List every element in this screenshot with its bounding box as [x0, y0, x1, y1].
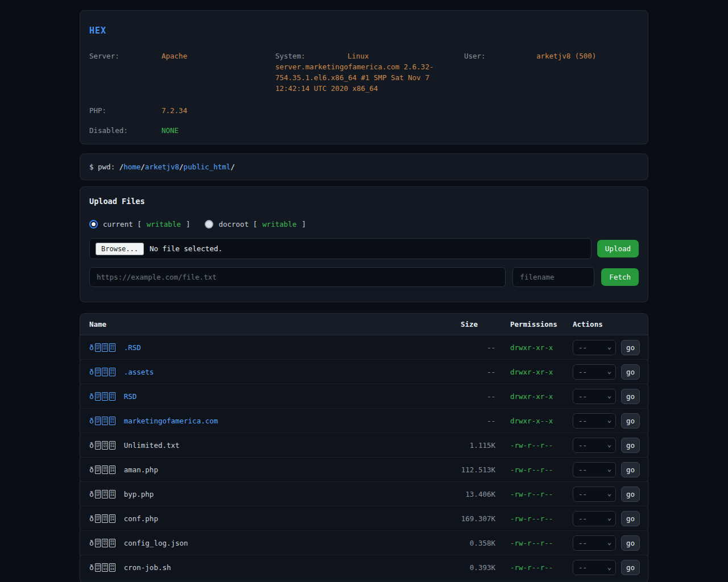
file-link[interactable]: conf.php: [124, 514, 158, 523]
name-cell: ð009F00930084byp.php: [89, 490, 427, 498]
file-link[interactable]: config_log.json: [124, 539, 188, 547]
file-mojibake-icon: ð009F00930084: [89, 563, 115, 572]
file-table: Name Size Permissions Actions ð009F00930…: [80, 313, 648, 582]
action-select[interactable]: --: [573, 511, 616, 526]
go-button[interactable]: go: [621, 535, 640, 551]
upload-button[interactable]: Upload: [597, 240, 639, 257]
path-segment-link[interactable]: arketjv8: [145, 163, 179, 171]
name-cell: ð009F00930081RSD: [89, 392, 427, 401]
name-cell: ð009F00930084cron-job.sh: [89, 563, 427, 572]
actions-cell: -- ⌄ go: [573, 560, 639, 575]
name-cell: ð009F00930081marketingofamerica.com: [89, 417, 427, 425]
file-link[interactable]: .assets: [124, 368, 154, 376]
file-permissions: drwxr-xr-x: [495, 368, 573, 376]
file-link[interactable]: Unlimited.txt: [124, 441, 180, 450]
file-link[interactable]: cron-job.sh: [124, 563, 171, 572]
actions-cell: -- ⌄ go: [573, 487, 639, 502]
actions-cell: -- ⌄ go: [573, 462, 639, 477]
server-value: Apache: [162, 52, 187, 60]
file-permissions: -rw-r--r--: [495, 514, 573, 523]
file-link[interactable]: RSD: [124, 392, 137, 401]
name-cell: ð009F00930084conf.php: [89, 514, 427, 523]
path-segment-link[interactable]: public_html: [184, 163, 231, 171]
fetch-button[interactable]: Fetch: [601, 268, 639, 286]
file-permissions: -rw-r--r--: [495, 539, 573, 547]
action-select[interactable]: --: [573, 413, 616, 429]
go-button[interactable]: go: [621, 389, 640, 404]
file-permissions: drwxr-xr-x: [495, 392, 573, 401]
folder-mojibake-icon: ð009F00930081: [89, 343, 115, 352]
file-permissions: drwxr-xr-x: [495, 343, 573, 352]
app-title: HEX: [89, 26, 639, 36]
go-button[interactable]: go: [621, 364, 640, 380]
action-select[interactable]: --: [573, 462, 616, 477]
file-size: --: [427, 392, 495, 401]
actions-cell: -- ⌄ go: [573, 535, 639, 551]
table-row: ð009F00930084aman.php 112.513K -rw-r--r-…: [80, 458, 648, 482]
file-mojibake-icon: ð009F00930084: [89, 465, 115, 474]
go-button[interactable]: go: [621, 560, 640, 575]
folder-mojibake-icon: ð009F00930081: [89, 392, 115, 401]
table-row: ð009F00930084cron-job.sh 0.393K -rw-r--r…: [80, 555, 648, 580]
name-cell: ð009F00930084Unlimited.txt: [89, 441, 427, 450]
file-input[interactable]: Browse... No file selected.: [89, 238, 592, 259]
pwd-bar: $ pwd: /home/arketjv8/public_html/: [80, 153, 648, 180]
fetch-row: Fetch: [89, 267, 639, 287]
file-size: 169.307K: [427, 514, 495, 523]
name-cell: ð009F00930081.RSD: [89, 343, 427, 352]
action-select[interactable]: --: [573, 340, 616, 355]
system-label: System:: [275, 51, 348, 61]
file-size: 1.115K: [427, 441, 495, 450]
file-link[interactable]: .RSD: [124, 343, 141, 352]
action-select[interactable]: --: [573, 535, 616, 551]
filename-input[interactable]: [512, 267, 594, 287]
file-link[interactable]: aman.php: [124, 465, 158, 474]
radio-label-text: docroot [: [218, 220, 257, 228]
actions-cell: -- ⌄ go: [573, 340, 639, 355]
name-cell: ð009F00930084aman.php: [89, 465, 427, 474]
radio-checked-icon[interactable]: [89, 220, 98, 228]
pwd-path: /home/arketjv8/public_html/: [119, 163, 235, 171]
file-size: --: [427, 417, 495, 425]
column-header-size: Size: [427, 320, 495, 329]
go-button[interactable]: go: [621, 487, 640, 502]
upload-panel: Upload Files current [writable]docroot […: [80, 186, 648, 302]
file-permissions: -rw-r--r--: [495, 563, 573, 572]
disabled-value: NONE: [162, 126, 179, 135]
table-row: ð009F00930081RSD -- drwxr-xr-x -- ⌄ go: [80, 384, 648, 409]
column-header-name: Name: [89, 320, 427, 329]
table-row: ð009F00930081.assets -- drwxr-xr-x -- ⌄ …: [80, 360, 648, 384]
table-row: ð009F00930084byp.php 13.406K -rw-r--r-- …: [80, 482, 648, 506]
file-mojibake-icon: ð009F00930084: [89, 490, 115, 498]
action-select[interactable]: --: [573, 364, 616, 380]
go-button[interactable]: go: [621, 413, 640, 429]
go-button[interactable]: go: [621, 438, 640, 453]
go-button[interactable]: go: [621, 340, 640, 355]
browse-button[interactable]: Browse...: [96, 243, 144, 255]
table-row: ð009F00930084config_log.json 0.358K -rw-…: [80, 531, 648, 555]
action-select[interactable]: --: [573, 560, 616, 575]
table-row: ð009F00930084Unlimited.txt 1.115K -rw-r-…: [80, 433, 648, 458]
upload-target-radio-docroot[interactable]: docroot [writable]: [205, 220, 305, 228]
radio-label-text: writable: [147, 220, 181, 228]
action-select[interactable]: --: [573, 389, 616, 404]
file-mojibake-icon: ð009F00930084: [89, 514, 115, 523]
file-size: 112.513K: [427, 465, 495, 474]
upload-target-radio-current[interactable]: current [writable]: [89, 220, 190, 228]
go-button[interactable]: go: [621, 462, 640, 477]
radio-label-text: current [: [103, 220, 142, 228]
path-segment-link[interactable]: home: [123, 163, 140, 171]
file-link[interactable]: byp.php: [124, 490, 154, 498]
path-separator: /: [140, 163, 145, 171]
file-link[interactable]: marketingofamerica.com: [124, 417, 218, 425]
info-grid: Server:Apache System:Linux server.market…: [89, 51, 639, 94]
radio-label-text: ]: [186, 220, 191, 228]
url-input[interactable]: [89, 267, 506, 287]
go-button[interactable]: go: [621, 511, 640, 526]
php-field: PHP:7.2.34: [89, 105, 639, 116]
action-select[interactable]: --: [573, 487, 616, 502]
user-field: User:arketjv8 (500): [464, 51, 639, 94]
table-row: ð009F00930081.RSD -- drwxr-xr-x -- ⌄ go: [80, 335, 648, 360]
action-select[interactable]: --: [573, 438, 616, 453]
radio-unchecked-icon[interactable]: [205, 220, 213, 228]
